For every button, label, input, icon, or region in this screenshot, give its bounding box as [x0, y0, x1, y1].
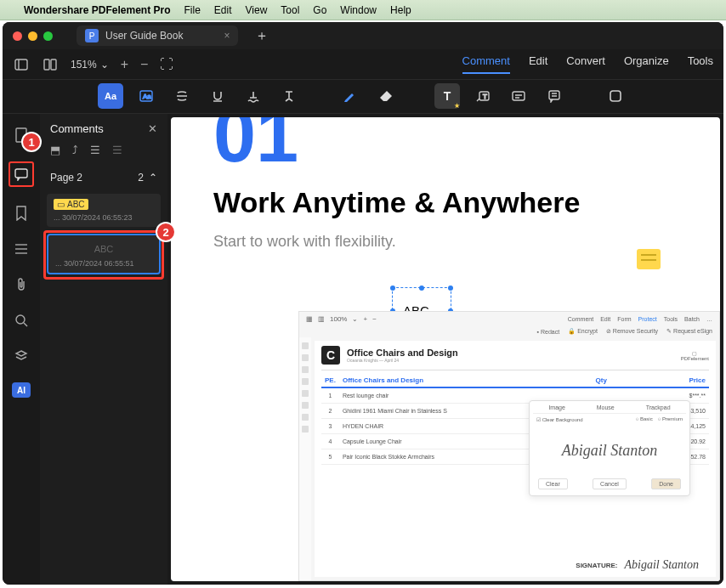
new-tab-button[interactable]: ＋ [255, 27, 269, 45]
strikethrough-icon[interactable] [169, 83, 195, 109]
zoom-in-button[interactable]: + [121, 57, 128, 72]
attachments-icon[interactable] [12, 275, 31, 294]
tab-edit[interactable]: Edit [529, 54, 547, 74]
chapter-number: 01 [213, 117, 678, 162]
tab-title: User Guide Book [105, 30, 183, 42]
comments-sidebar-icon[interactable] [9, 161, 34, 187]
sticky-note-icon[interactable] [637, 249, 661, 269]
close-panel-icon[interactable]: ✕ [148, 122, 157, 135]
menu-help[interactable]: Help [390, 4, 411, 16]
tab-tools[interactable]: Tools [688, 54, 713, 74]
comment-timestamp: ... 30/07/2024 06:55:51 [55, 259, 152, 268]
left-sidebar: AI [3, 114, 40, 585]
comments-title: Comments [50, 122, 104, 135]
zoom-value: 151% [71, 59, 97, 71]
svg-rect-3 [51, 59, 56, 70]
page-heading: Work Anytime & Anywhere [213, 186, 678, 219]
comment-item[interactable]: ABC ... 30/07/2024 06:55:51 [47, 234, 161, 274]
underline-icon[interactable] [205, 83, 230, 109]
svg-rect-21 [610, 91, 621, 101]
minimize-window-icon[interactable] [28, 31, 37, 41]
shape-icon[interactable] [603, 83, 628, 109]
area-highlight-icon[interactable]: Aa [133, 83, 159, 109]
embedded-app-image: ▦▥100%⌄+− CommentEdit FormProtect ToolsB… [298, 311, 720, 581]
main-tabs: Comment Edit Convert Organize Tools [462, 54, 713, 74]
svg-text:Aa: Aa [143, 93, 151, 100]
tab-comment[interactable]: Comment [462, 54, 510, 74]
annotation-toolbar: Aa Aa T★ T [3, 80, 723, 114]
svg-line-14 [477, 99, 479, 101]
signature-popup: ImageMouseTrackpad ☑ Clear Background○ B… [529, 400, 690, 496]
comment-item[interactable]: ▭ ABC ... 30/07/2024 06:55:23 [47, 194, 161, 227]
page-subheading: Start to work with flexibility. [213, 233, 678, 251]
text-box-icon[interactable] [506, 83, 531, 109]
document-tab[interactable]: P User Guide Book × [77, 25, 238, 46]
squiggly-icon[interactable] [241, 83, 266, 109]
svg-rect-18 [549, 91, 559, 99]
zoom-control[interactable]: 151% ⌄ [71, 59, 109, 71]
close-window-icon[interactable] [13, 31, 22, 41]
comment-timestamp: ... 30/07/2024 06:55:23 [54, 213, 154, 222]
comments-page-header[interactable]: Page 2 2 ⌃ [40, 165, 167, 190]
maximize-window-icon[interactable] [43, 31, 53, 41]
ai-button[interactable]: AI [12, 382, 31, 398]
export-comments-icon[interactable]: ⤴ [72, 144, 78, 156]
note-icon[interactable] [542, 83, 567, 109]
import-comments-icon[interactable]: ⬒ [50, 144, 60, 156]
text-tool-icon[interactable]: T★ [434, 83, 460, 109]
menu-window[interactable]: Window [340, 4, 377, 16]
pdf-page: 01 Work Anytime & Anywhere Start to work… [171, 117, 720, 581]
comments-panel: Comments ✕ ⬒ ⤴ ☰ ☰ 1 Page 2 2 ⌃ ▭ ABC ..… [40, 114, 167, 585]
comment-count: 2 [138, 172, 144, 184]
app-window: P User Guide Book × ＋ 151% ⌄ + − ⛶ Comme… [3, 22, 723, 585]
zoom-out-button[interactable]: − [140, 57, 148, 72]
filter-comments-icon[interactable]: ☰ [112, 144, 122, 156]
callout-marker-2: 2 [156, 222, 176, 242]
page-label: Page 2 [50, 172, 82, 184]
comment-text: ABC [55, 244, 152, 254]
text-callout-icon[interactable]: T [470, 83, 496, 109]
svg-rect-15 [513, 92, 525, 100]
macos-menubar: Wondershare PDFelement Pro File Edit Vie… [0, 0, 726, 20]
menu-edit[interactable]: Edit [214, 4, 232, 16]
tab-organize[interactable]: Organize [624, 54, 669, 74]
menu-file[interactable]: File [184, 4, 201, 16]
eraser-icon[interactable] [373, 83, 399, 109]
chevron-up-icon: ⌃ [149, 172, 157, 184]
svg-text:T: T [483, 93, 487, 100]
sidebar-toggle-icon[interactable] [13, 57, 30, 72]
page-view-icon[interactable] [42, 57, 59, 72]
document-viewport[interactable]: 01 Work Anytime & Anywhere Start to work… [167, 114, 723, 585]
sort-comments-icon[interactable]: ☰ [90, 144, 100, 156]
chevron-down-icon: ⌄ [100, 59, 109, 71]
titlebar: P User Guide Book × ＋ [3, 22, 723, 49]
tab-convert[interactable]: Convert [566, 54, 605, 74]
menu-view[interactable]: View [246, 4, 268, 16]
menu-go[interactable]: Go [313, 4, 326, 16]
traffic-lights [13, 31, 53, 41]
app-name[interactable]: Wondershare PDFelement Pro [24, 4, 171, 16]
search-icon[interactable] [12, 311, 31, 330]
caret-icon[interactable] [276, 83, 302, 109]
fit-page-icon[interactable]: ⛶ [160, 57, 173, 72]
close-tab-icon[interactable]: × [224, 30, 230, 42]
bookmarks-icon[interactable] [12, 204, 31, 223]
callout-marker-1: 1 [21, 132, 42, 152]
highlight-badge-icon: ▭ ABC [54, 199, 88, 210]
highlight-text-icon[interactable]: Aa [98, 83, 123, 109]
layers-icon[interactable] [12, 347, 31, 365]
svg-line-28 [24, 323, 27, 326]
top-toolbar: 151% ⌄ + − ⛶ Comment Edit Convert Organi… [3, 49, 723, 80]
pdf-file-icon: P [85, 29, 99, 42]
menu-tool[interactable]: Tool [281, 4, 299, 16]
svg-rect-0 [15, 59, 27, 70]
svg-rect-23 [15, 169, 27, 178]
svg-point-27 [16, 315, 25, 324]
svg-rect-2 [44, 59, 49, 70]
marker-icon[interactable] [337, 83, 363, 109]
outline-icon[interactable] [12, 240, 31, 258]
